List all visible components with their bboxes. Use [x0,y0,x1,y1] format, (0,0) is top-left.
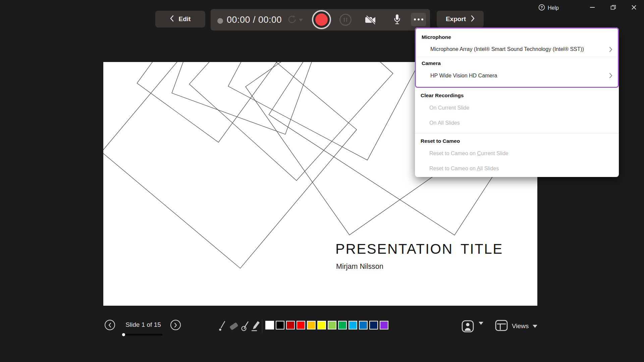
next-slide-button[interactable] [170,320,181,330]
recording-control-panel: 00:00 / 00:00 [211,9,430,31]
ink-color-palette [265,321,388,329]
pause-button[interactable] [339,14,352,26]
chevron-right-icon [609,73,612,80]
retake-button[interactable] [287,14,303,26]
menu-group: Reset to CameoReset to Cameo on Current … [415,133,619,177]
menu-header-camera: Camera [416,57,618,68]
ink-color-orange[interactable] [307,321,316,329]
menu-group: Clear RecordingsOn Current SlideOn All S… [415,88,619,133]
slide-progress-scrubber[interactable] [123,334,162,336]
restore-button[interactable] [608,3,618,12]
minimize-button[interactable] [587,3,597,12]
microphone-icon[interactable] [393,14,401,27]
more-options-button[interactable] [411,13,426,26]
laser-pointer-icon [218,320,227,332]
pen-tool[interactable] [240,319,250,333]
views-dropdown-arrow [533,325,537,328]
svg-text:?: ? [540,5,543,9]
highlighter-icon [251,320,261,332]
ink-color-purple[interactable] [380,321,388,329]
edit-button-label: Edit [179,15,191,23]
slide-title: PRESENTATION TITLE [335,241,503,257]
views-layout-icon [495,320,508,333]
ink-color-yellow[interactable] [317,321,326,329]
highlighter-tool[interactable] [251,319,261,333]
record-button[interactable] [312,10,331,29]
edit-button[interactable]: Edit [155,11,205,27]
help-label: Help [548,5,559,11]
chevron-right-icon [609,47,612,54]
help-icon: ? [538,4,545,12]
export-button[interactable]: Export [437,11,484,27]
slide-counter: Slide 1 of 15 [118,321,168,328]
record-icon [315,13,328,26]
person-icon [462,320,474,333]
close-button[interactable] [629,3,639,12]
ink-color-dark-red[interactable] [286,321,295,329]
camera-off-icon[interactable] [365,15,376,26]
ink-color-black[interactable] [276,321,284,329]
slide-subtitle: Mirjam Nilsson [336,262,383,271]
menu-item-on-current-slide: On Current Slide [415,100,619,115]
ink-color-red[interactable] [297,321,305,329]
recording-status-dot [217,18,223,24]
menu-header-reset-to-cameo: Reset to Cameo [415,135,619,146]
laser-pointer-tool[interactable] [217,319,227,333]
eraser-tool[interactable] [229,319,239,333]
toolbar-divider [262,319,262,333]
cameo-preview-button[interactable] [462,320,474,334]
views-label: Views [512,322,529,330]
progress-knob[interactable] [122,333,125,336]
menu-item-reset-to-cameo-on-current-slide: Reset to Cameo on Current Slide [415,146,619,161]
menu-item-camera-device[interactable]: HP Wide Vision HD Camera [416,68,618,83]
help-button[interactable]: ? Help [538,4,559,12]
menu-header-microphone: Microphone [416,31,618,42]
device-selection-group: MicrophoneMicrophone Array (Intel® Smart… [415,27,619,88]
eraser-icon [229,320,239,332]
previous-slide-button[interactable] [105,320,115,330]
retake-dropdown-icon[interactable] [299,19,303,21]
record-window: Edit 00:00 / 00:00 [0,0,644,362]
ink-color-light-blue[interactable] [348,321,357,329]
pen-icon [240,320,250,332]
export-button-label: Export [446,15,466,23]
ink-color-green[interactable] [338,321,347,329]
menu-item-on-all-slides: On All Slides [415,115,619,130]
recording-timer: 00:00 / 00:00 [227,9,282,31]
menu-item-microphone-device[interactable]: Microphone Array (Intel® Smart Sound Tec… [416,42,618,57]
menu-header-clear-recordings: Clear Recordings [415,89,619,100]
chevron-right-icon [471,15,475,23]
cameo-dropdown-arrow[interactable] [479,325,483,331]
views-button[interactable]: Views [495,319,537,333]
more-options-menu: MicrophoneMicrophone Array (Intel® Smart… [415,27,619,177]
menu-item-reset-to-cameo-on-all-slides: Reset to Cameo on All Slides [415,161,619,176]
retake-icon [287,14,297,26]
ink-color-blue[interactable] [359,321,368,329]
ink-color-white[interactable] [265,321,274,329]
ink-color-dark-blue[interactable] [369,321,378,329]
ink-color-light-green[interactable] [328,321,336,329]
chevron-left-icon [170,15,174,23]
